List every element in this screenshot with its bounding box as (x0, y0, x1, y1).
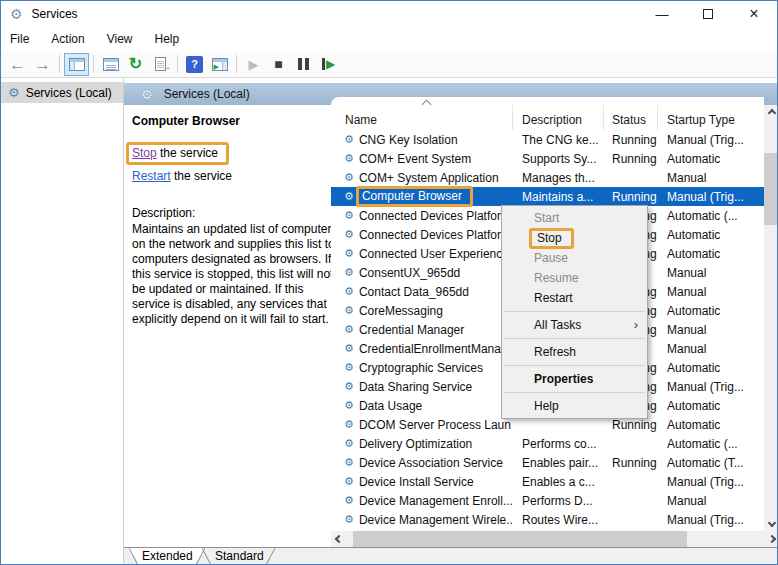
cell-name: ⚙Cryptographic Services (331, 361, 513, 375)
context-menu-item-properties[interactable]: Properties (502, 369, 647, 389)
table-row[interactable]: ⚙Computer BrowserMaintains a...RunningMa… (331, 187, 764, 206)
menu-file[interactable]: File (1, 28, 40, 50)
tab-divider (202, 548, 212, 565)
menu-bar: File Action View Help (1, 27, 777, 51)
context-menu-item-all-tasks[interactable]: All Tasks› (502, 315, 647, 335)
context-menu-item-stop[interactable]: Stop (502, 228, 647, 248)
service-name: Data Usage (359, 399, 422, 413)
stop-service-link[interactable]: Stop (132, 146, 157, 160)
menu-help[interactable]: Help (144, 28, 191, 50)
table-row[interactable]: ⚙COM+ Event SystemSupports Sy...RunningA… (331, 149, 764, 168)
table-row[interactable]: ⚙Device Management Wirele...Routes Wire.… (331, 510, 764, 529)
tab-divider (266, 548, 276, 565)
service-gear-icon: ⚙ (344, 248, 354, 259)
cell-startup-type: Manual (Trig... (658, 380, 764, 394)
cell-startup-type: Automatic (658, 304, 764, 318)
close-icon: × (749, 5, 758, 23)
column-header-description[interactable]: Description (513, 105, 604, 130)
scroll-down-button[interactable] (764, 515, 778, 531)
service-name: CNG Key Isolation (359, 133, 458, 147)
cell-startup-type: Automatic (T... (658, 456, 764, 470)
help-button[interactable]: ? (182, 53, 207, 76)
scroll-right-button[interactable] (764, 531, 778, 547)
scroll-left-button[interactable] (331, 531, 346, 547)
column-header-name[interactable]: Name (331, 105, 513, 130)
cell-status: Running (604, 152, 658, 166)
service-gear-icon: ⚙ (344, 476, 354, 487)
table-row[interactable]: ⚙Device Association ServiceEnables pair.… (331, 453, 764, 472)
menu-separator (504, 311, 645, 312)
show-console-tree-button[interactable] (64, 53, 89, 76)
title-bar: ⚙ Services — × (1, 1, 777, 27)
cell-startup-type: Manual (Trig... (658, 133, 764, 147)
cell-startup-type: Manual (Trig... (658, 475, 764, 489)
table-row[interactable]: ⚙COM+ System ApplicationManages th...Man… (331, 168, 764, 187)
service-gear-icon: ⚙ (344, 134, 354, 145)
cell-name: ⚙Credential Manager (331, 323, 513, 337)
service-name: ConsentUX_965dd (359, 266, 460, 280)
properties-button[interactable] (98, 53, 123, 76)
cell-startup-type: Manual (Trig... (658, 513, 764, 527)
tab-extended[interactable]: Extended (142, 549, 193, 563)
toolbar-separator (236, 55, 237, 73)
tree-item-services-local[interactable]: ⚙ Services (Local) (1, 82, 123, 103)
vertical-scrollbar[interactable] (764, 105, 778, 531)
restart-service-link[interactable]: Restart (132, 169, 171, 183)
pause-service-button[interactable] (291, 53, 316, 76)
sort-ascending-icon (422, 100, 432, 110)
scroll-up-button[interactable] (764, 105, 778, 121)
chevron-right-icon (767, 535, 775, 543)
column-header-status[interactable]: Status (604, 105, 658, 130)
table-row[interactable]: ⚙Device Install ServiceEnables a c...Man… (331, 472, 764, 491)
context-menu-item-restart[interactable]: Restart (502, 288, 647, 308)
menu-item-label: Refresh (534, 345, 576, 359)
restart-service-icon: ▶ (322, 58, 335, 70)
menu-action[interactable]: Action (40, 28, 95, 50)
cell-name: ⚙Data Sharing Service (331, 380, 513, 394)
toolbar-separator (177, 55, 178, 73)
column-header-label: Status (612, 113, 646, 127)
table-row[interactable]: ⚙CNG Key IsolationThe CNG ke...RunningMa… (331, 130, 764, 149)
menu-view[interactable]: View (96, 28, 144, 50)
table-row[interactable]: ⚙Delivery OptimizationPerforms co...Auto… (331, 434, 764, 453)
selected-service-title: Computer Browser (132, 114, 240, 128)
export-list-icon: → (155, 57, 166, 71)
restart-link-suffix: the service (171, 169, 232, 183)
service-gear-icon: ⚙ (344, 495, 354, 506)
service-gear-icon: ⚙ (344, 305, 354, 316)
cell-status: Running (604, 456, 658, 470)
maximize-button[interactable] (685, 1, 731, 27)
console-tree-icon (69, 58, 85, 71)
menu-item-label: Stop (529, 228, 574, 249)
close-button[interactable]: × (731, 1, 777, 27)
back-button[interactable]: ← (5, 53, 30, 76)
context-menu-item-pause: Pause (502, 248, 647, 268)
horizontal-scrollbar-thumb[interactable] (353, 531, 687, 547)
context-menu-item-help[interactable]: Help (502, 396, 647, 416)
service-name: CoreMessaging (359, 304, 443, 318)
cell-name: ⚙CoreMessaging (331, 304, 513, 318)
service-name: Data Sharing Service (359, 380, 472, 394)
table-row[interactable]: ⚙Device Management Enroll...Performs D..… (331, 491, 764, 510)
restart-line: Restart the service (132, 169, 232, 183)
cell-status: Running (604, 190, 658, 204)
refresh-button[interactable]: ↻ (123, 53, 148, 76)
export-list-button[interactable]: → (148, 53, 173, 76)
cell-startup-type: Manual (658, 171, 764, 185)
vertical-scrollbar-thumb[interactable] (764, 153, 778, 225)
context-menu: StartStopPauseResumeRestartAll Tasks›Ref… (501, 205, 648, 419)
context-menu-item-refresh[interactable]: Refresh (502, 342, 647, 362)
horizontal-scrollbar[interactable] (331, 531, 778, 547)
cell-description: Performs co... (513, 437, 604, 451)
properties-icon (103, 58, 119, 71)
show-action-pane-button[interactable]: ▶ (207, 53, 232, 76)
column-header-startup-type[interactable]: Startup Type (658, 105, 764, 130)
service-gear-icon: ⚙ (344, 419, 354, 430)
chevron-up-icon (767, 109, 775, 117)
tab-standard[interactable]: Standard (215, 549, 264, 563)
stop-service-button[interactable]: ■ (266, 53, 291, 76)
restart-service-button[interactable]: ▶ (316, 53, 341, 76)
minimize-button[interactable]: — (639, 1, 685, 27)
cell-name: ⚙Device Association Service (331, 456, 513, 470)
forward-button[interactable]: → (30, 53, 55, 76)
